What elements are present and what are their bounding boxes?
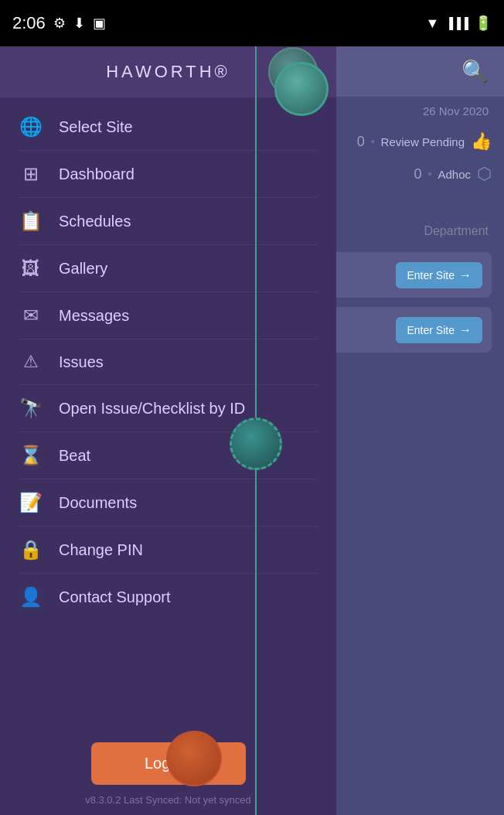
status-bar: 2:06 ⚙ ⬇ ▣ ▼ ▐▐▐ 🔋 <box>0 0 504 46</box>
arrow-icon-2: → <box>459 323 472 337</box>
sidebar-item-label: Select Site <box>59 118 133 136</box>
sidebar-item-label: Gallery <box>59 260 107 278</box>
dashboard-icon: ⊞ <box>19 163 43 185</box>
thumbs-up-icon: 👍 <box>471 131 492 152</box>
sidebar-item-messages[interactable]: ✉ Messages <box>0 292 336 339</box>
screen-icon: ▣ <box>93 15 106 32</box>
issues-icon: ⚠ <box>19 352 43 372</box>
sidebar-item-open-issue[interactable]: 🔭 Open Issue/Checklist by ID <box>0 385 336 431</box>
globe-icon: 🌐 <box>19 116 43 138</box>
teal-circle-mid <box>230 418 282 470</box>
sidebar-item-issues[interactable]: ⚠ Issues <box>0 339 336 384</box>
drawer-logo: HAWORTH® <box>106 62 230 82</box>
adhoc-count: 0 <box>414 166 422 182</box>
enter-site-button-2[interactable]: Enter Site → <box>396 317 482 343</box>
battery-icon: 🔋 <box>475 15 492 32</box>
hourglass-icon: ⌛ <box>19 445 43 466</box>
binoculars-icon: 🔭 <box>19 397 43 419</box>
sidebar-item-label: Beat <box>59 447 90 465</box>
gallery-icon: 🖼 <box>19 257 43 279</box>
messages-icon: ✉ <box>19 305 43 326</box>
review-label: Review Pending <box>381 135 465 148</box>
status-time: 2:06 <box>12 13 46 33</box>
sidebar-item-schedules[interactable]: 📋 Schedules <box>0 198 336 244</box>
sidebar-item-label: Open Issue/Checklist by ID <box>59 400 245 418</box>
documents-icon: 📝 <box>19 492 43 513</box>
signal-icon: ▐▐▐ <box>445 17 468 29</box>
adhoc-dot: • <box>428 168 432 180</box>
sidebar-item-change-pin[interactable]: 🔒 Change PIN <box>0 527 336 573</box>
sidebar-item-label: Issues <box>59 353 104 371</box>
adhoc-label: Adhoc <box>438 168 471 181</box>
teal-circle-bottom <box>166 731 222 786</box>
review-dot: • <box>371 135 375 148</box>
drawer-footer: Logout v8.3.0.2 Last Synced: Not yet syn… <box>0 730 336 815</box>
search-icon[interactable]: 🔍 <box>461 59 489 84</box>
version-text: v8.3.0.2 Last Synced: Not yet synced <box>85 794 251 806</box>
sidebar-item-gallery[interactable]: 🖼 Gallery <box>0 245 336 292</box>
schedules-icon: 📋 <box>19 210 43 232</box>
sidebar-item-label: Schedules <box>59 213 131 230</box>
sidebar-item-label: Documents <box>59 494 137 512</box>
drawer-menu: 🌐 Select Site ⊞ Dashboard 📋 Schedules 🖼 … <box>0 97 336 730</box>
sidebar-item-contact-support[interactable]: 👤 Contact Support <box>0 574 336 620</box>
support-icon: 👤 <box>19 586 43 608</box>
sidebar-item-label: Messages <box>59 307 129 325</box>
review-count: 0 <box>357 134 365 150</box>
teal-circle-top <box>274 62 329 116</box>
sidebar-item-beat[interactable]: ⌛ Beat <box>0 432 336 479</box>
lock-icon: 🔒 <box>19 539 43 561</box>
download-icon: ⬇ <box>73 15 85 32</box>
navigation-drawer: HAWORTH® 🌐 Select Site ⊞ Dashboard 📋 Sch… <box>0 46 336 815</box>
settings-icon: ⚙ <box>53 15 66 32</box>
sidebar-item-label: Change PIN <box>59 541 143 559</box>
sidebar-item-label: Contact Support <box>59 588 171 606</box>
sidebar-item-documents[interactable]: 📝 Documents <box>0 479 336 526</box>
wifi-icon: ▼ <box>425 15 439 32</box>
enter-site-button-1[interactable]: Enter Site → <box>396 262 482 288</box>
layers-icon: ⬡ <box>477 164 492 184</box>
sidebar-item-dashboard[interactable]: ⊞ Dashboard <box>0 151 336 197</box>
arrow-icon-1: → <box>459 268 472 282</box>
sidebar-item-label: Dashboard <box>59 165 135 183</box>
